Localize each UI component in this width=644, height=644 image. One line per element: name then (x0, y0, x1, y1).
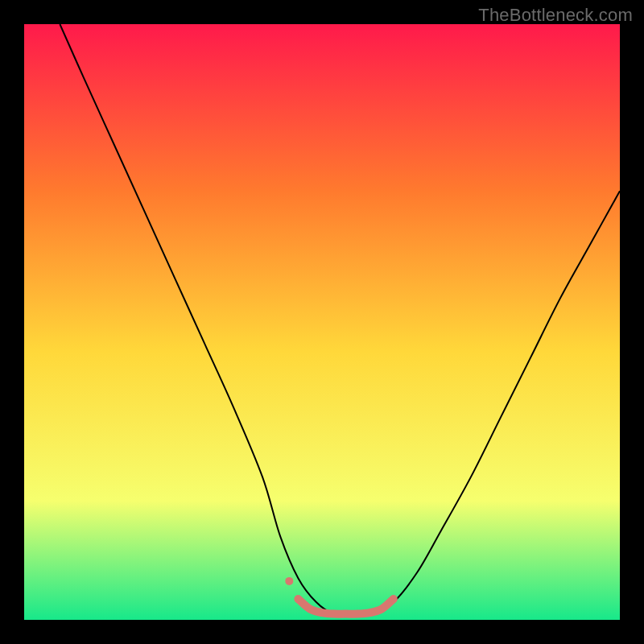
marker-layer (285, 577, 293, 585)
watermark-text: TheBottleneck.com (478, 5, 633, 26)
marker-0 (285, 577, 293, 585)
chart-canvas (24, 24, 620, 620)
chart-frame: TheBottleneck.com (0, 0, 644, 644)
gradient-background (24, 24, 620, 620)
plot-area (24, 24, 620, 620)
